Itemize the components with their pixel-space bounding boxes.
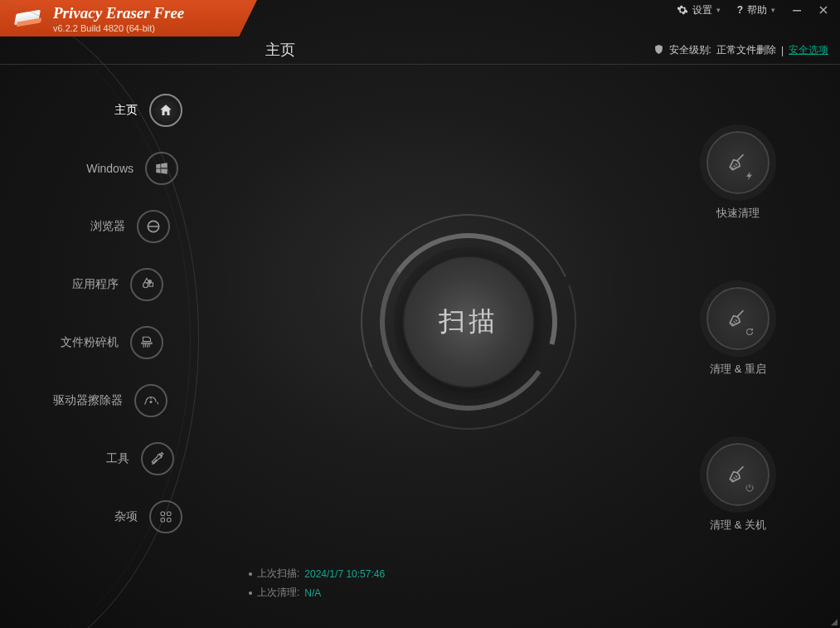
security-prefix: 安全级别:	[669, 43, 711, 57]
bullet-icon	[249, 591, 252, 595]
side-nav: 主页 Windows 浏览器 应用程序 文件粉碎机	[0, 81, 182, 546]
action-label: 清理 & 重启	[710, 362, 766, 377]
nav-label: 工具	[106, 451, 129, 466]
security-info: 安全级别: 正常文件删除 | 安全选项	[653, 43, 828, 57]
nav-browsers[interactable]: 浏览器	[0, 197, 170, 256]
shredder-icon	[130, 326, 163, 359]
nav-label: 主页	[114, 103, 138, 118]
globe-icon	[137, 210, 170, 243]
quick-clean-circle	[706, 131, 770, 194]
svg-rect-4	[161, 518, 165, 523]
nav-applications[interactable]: 应用程序	[0, 256, 163, 314]
nav-label: 应用程序	[72, 277, 119, 292]
apps-icon	[130, 268, 163, 301]
status-value: 2024/1/7 10:57:46	[304, 568, 385, 580]
action-buttons: 快速清理 清理 & 重启 清理 & 关机	[706, 131, 770, 533]
scan-button[interactable]: 扫描	[402, 256, 535, 388]
app-version: v6.2.2 Build 4820 (64-bit)	[53, 23, 184, 33]
nav-label: 驱动器擦除器	[53, 393, 123, 408]
clean-shutdown-circle	[706, 443, 770, 506]
nav-windows[interactable]: Windows	[0, 139, 178, 197]
status-last-scan: 上次扫描: 2024/1/7 10:57:46	[249, 567, 385, 581]
nav-drive-wiper[interactable]: 驱动器擦除器	[0, 372, 168, 430]
help-label: 帮助	[747, 3, 767, 17]
svg-rect-2	[161, 512, 165, 516]
title-bar-right: 设置 ▾ ? 帮助 ▾	[670, 0, 835, 20]
separator: |	[781, 45, 784, 56]
scan-button-label: 扫描	[439, 304, 498, 340]
grid-icon	[149, 500, 182, 533]
help-button[interactable]: ? 帮助 ▾	[731, 1, 782, 20]
nav-label: 杂项	[114, 509, 138, 524]
clean-shutdown-button[interactable]: 清理 & 关机	[706, 443, 770, 533]
gear-icon	[677, 4, 688, 16]
settings-button[interactable]: 设置 ▾	[670, 1, 727, 20]
home-icon	[149, 94, 182, 127]
clean-restart-circle	[706, 287, 770, 350]
sub-header: 主页 安全级别: 正常文件删除 | 安全选项	[0, 37, 840, 65]
app-name: Privacy Eraser Free	[53, 4, 184, 22]
minimize-button[interactable]	[785, 1, 808, 19]
chevron-down-icon: ▾	[771, 6, 775, 14]
close-button[interactable]	[812, 1, 835, 19]
status-last-clean: 上次清理: N/A	[249, 586, 385, 600]
nav-label: 浏览器	[90, 219, 125, 234]
power-icon	[745, 481, 756, 493]
nav-home[interactable]: 主页	[0, 81, 182, 139]
nav-tools[interactable]: 工具	[0, 430, 174, 488]
nav-misc[interactable]: 杂项	[0, 488, 182, 546]
nav-file-shredder[interactable]: 文件粉碎机	[0, 314, 163, 372]
status-value: N/A	[304, 587, 321, 599]
logo-text: Privacy Eraser Free v6.2.2 Build 4820 (6…	[53, 4, 184, 33]
nav-label: 文件粉碎机	[61, 335, 119, 350]
page-title: 主页	[265, 40, 295, 60]
title-bar: Privacy Eraser Free v6.2.2 Build 4820 (6…	[0, 0, 840, 37]
quick-clean-button[interactable]: 快速清理	[706, 131, 770, 221]
clean-restart-button[interactable]: 清理 & 重启	[706, 287, 770, 377]
action-label: 快速清理	[716, 206, 760, 221]
resize-handle[interactable]	[828, 616, 838, 626]
settings-label: 设置	[692, 3, 712, 17]
question-icon: ?	[737, 4, 743, 16]
security-level: 正常文件删除	[716, 43, 776, 57]
svg-point-1	[150, 401, 153, 403]
bullet-icon	[249, 572, 252, 576]
windows-icon	[145, 152, 178, 185]
svg-rect-0	[793, 10, 801, 12]
status-label: 上次扫描:	[257, 567, 299, 581]
logo-section: Privacy Eraser Free v6.2.2 Build 4820 (6…	[0, 0, 257, 37]
action-label: 清理 & 关机	[710, 518, 766, 533]
drive-wiper-icon	[134, 384, 168, 417]
tools-icon	[141, 442, 174, 475]
eraser-icon	[13, 8, 43, 28]
nav-label: Windows	[86, 162, 134, 175]
restart-icon	[745, 325, 756, 337]
lightning-icon	[745, 169, 756, 181]
status-info: 上次扫描: 2024/1/7 10:57:46 上次清理: N/A	[249, 567, 385, 605]
chevron-down-icon: ▾	[716, 6, 721, 14]
shield-icon	[653, 44, 664, 57]
svg-rect-3	[168, 512, 172, 516]
svg-rect-5	[168, 518, 172, 523]
status-label: 上次清理:	[257, 586, 299, 600]
security-options-link[interactable]: 安全选项	[789, 43, 828, 57]
